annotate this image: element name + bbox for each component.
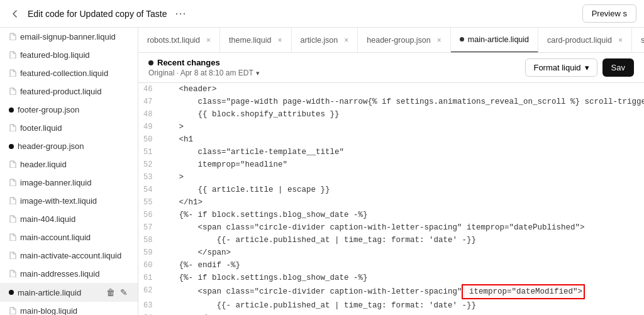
file-icon — [9, 87, 16, 96]
sidebar-item-label: header.liquid — [20, 160, 67, 169]
sidebar-item-email-signup-banner[interactable]: email-signup-banner.liquid — [0, 28, 138, 46]
sidebar-item-footer-group[interactable]: footer-group.json — [0, 101, 138, 119]
format-liquid-label: Format liquid — [533, 63, 580, 72]
chevron-down-icon[interactable]: ▾ — [256, 69, 260, 77]
content-area: robots.txt.liquid×theme.liquid×article.j… — [138, 28, 644, 315]
line-content: <header> — [157, 83, 644, 96]
tab-card-product-liquid[interactable]: card-product.liquid× — [538, 28, 632, 53]
unsaved-dot — [460, 37, 464, 41]
sidebar-item-label: main-404.liquid — [20, 214, 75, 224]
table-row: 46 <header> — [138, 83, 644, 96]
top-bar-left: Edit code for Updated copy of Taste ··· — [8, 5, 577, 23]
sidebar-item-label: footer.liquid — [20, 123, 62, 133]
table-row: 56 {%- if block.settings.blog_show_date … — [138, 209, 644, 221]
sidebar-item-label: featured-blog.liquid — [20, 50, 90, 60]
tab-header-group-json[interactable]: header-group.json× — [358, 28, 450, 53]
table-row: 58 {{- article.published_at | time_tag: … — [138, 234, 644, 246]
file-icon — [9, 197, 16, 206]
sidebar-item-label: main-article.liquid — [18, 288, 81, 297]
file-icon — [9, 307, 16, 316]
line-content: </span> — [157, 312, 644, 315]
tab-theme-liquid[interactable]: theme.liquid× — [220, 28, 291, 53]
sidebar-item-main-addresses[interactable]: main-addresses.liquid — [0, 265, 138, 283]
edit-button[interactable]: ✎ — [119, 287, 129, 297]
code-editor[interactable]: 46 <header>47 class="page-width page-wid… — [138, 83, 644, 315]
tab-main-article-liquid[interactable]: main-article.liquid — [451, 28, 538, 53]
sidebar-item-label: main-account.liquid — [20, 233, 91, 242]
line-number: 58 — [138, 234, 157, 246]
sidebar-item-footer[interactable]: footer.liquid — [0, 119, 138, 137]
line-number: 46 — [138, 83, 157, 96]
file-icon — [9, 33, 16, 41]
close-tab-button[interactable]: × — [344, 36, 348, 45]
sidebar-item-featured-collection[interactable]: featured-collection.liquid — [0, 64, 138, 82]
line-number: 54 — [138, 184, 157, 196]
table-row: 48 {{ block.shopify_attributes }} — [138, 108, 644, 121]
table-row: 63 {{- article.published_at | time_tag: … — [138, 299, 644, 312]
line-number: 47 — [138, 96, 157, 108]
table-row: 52 itemprop="headline" — [138, 158, 644, 171]
line-content: <h1 — [157, 133, 644, 146]
line-number: 49 — [138, 121, 157, 133]
line-content: > — [157, 121, 644, 133]
close-tab-button[interactable]: × — [278, 36, 282, 45]
line-content: {{ block.shopify_attributes }} — [157, 108, 644, 121]
sidebar-item-featured-product[interactable]: featured-product.liquid — [0, 82, 138, 101]
more-options-button[interactable]: ··· — [172, 5, 190, 23]
modified-dot — [9, 290, 14, 295]
line-content: class="page-width page-width--narrow{% i… — [157, 96, 644, 108]
line-number: 59 — [138, 246, 157, 259]
close-tab-button[interactable]: × — [437, 36, 441, 45]
line-number: 61 — [138, 272, 157, 284]
file-icon — [9, 215, 16, 224]
table-row: 62 <span class="circle-divider caption-w… — [138, 284, 644, 299]
line-number: 48 — [138, 108, 157, 121]
recent-changes-title: Recent changes — [148, 58, 260, 67]
line-number: 50 — [138, 133, 157, 146]
back-button[interactable] — [8, 6, 23, 21]
sidebar-item-main-article[interactable]: main-article.liquid 🗑 ✎ — [0, 283, 138, 302]
modified-dot — [9, 108, 14, 113]
sidebar-item-main-404[interactable]: main-404.liquid — [0, 210, 138, 228]
sidebar-item-image-banner[interactable]: image-banner.liquid — [0, 174, 138, 192]
delete-button[interactable]: 🗑 — [105, 287, 116, 297]
sidebar-item-label: main-blog.liquid — [20, 306, 77, 315]
line-content: </span> — [157, 246, 644, 259]
sidebar-item-featured-blog[interactable]: featured-blog.liquid — [0, 46, 138, 64]
sidebar-item-image-with-text[interactable]: image-with-text.liquid — [0, 192, 138, 210]
close-tab-button[interactable]: × — [618, 36, 623, 45]
recent-changes-label: Recent changes — [157, 58, 220, 67]
close-tab-button[interactable]: × — [206, 36, 211, 45]
line-number: 57 — [138, 221, 157, 234]
line-content: <span class="circle-divider caption-with… — [157, 221, 644, 234]
line-number: 53 — [138, 171, 157, 184]
tab-section-f[interactable]: section-f — [632, 28, 644, 53]
sidebar-item-main-blog[interactable]: main-blog.liquid — [0, 302, 138, 315]
line-number: 56 — [138, 209, 157, 221]
line-number: 62 — [138, 284, 157, 299]
line-number: 55 — [138, 196, 157, 209]
sidebar-item-main-activate-account[interactable]: main-activate-account.liquid — [0, 246, 138, 265]
table-row: 54 {{ article.title | escape }} — [138, 184, 644, 196]
line-content: </h1> — [157, 196, 644, 209]
sidebar-item-header[interactable]: header.liquid — [0, 155, 138, 174]
line-content: itemprop="headline" — [157, 158, 644, 171]
main-layout: email-signup-banner.liquidfeatured-blog.… — [0, 28, 644, 315]
sidebar-item-header-group[interactable]: header-group.json — [0, 137, 138, 155]
page-title: Edit code for Updated copy of Taste — [28, 9, 167, 19]
save-button[interactable]: Sav — [602, 58, 634, 77]
modified-dot — [9, 144, 14, 149]
sidebar-item-label: featured-collection.liquid — [20, 69, 108, 78]
table-row: 49 > — [138, 121, 644, 133]
recent-changes-panel: Recent changes Original · Apr 8 at 8:10 … — [148, 58, 260, 77]
sidebar-item-main-account[interactable]: main-account.liquid — [0, 228, 138, 246]
preview-button[interactable]: Preview s — [582, 4, 636, 23]
tab-article-json[interactable]: article.json× — [292, 28, 358, 53]
top-bar: Edit code for Updated copy of Taste ··· … — [0, 0, 644, 28]
line-number: 52 — [138, 158, 157, 171]
table-row: 59 </span> — [138, 246, 644, 259]
file-icon — [9, 51, 16, 60]
line-content: {%- if block.settings.blog_show_date -%} — [157, 272, 644, 284]
tab-robots-txt[interactable]: robots.txt.liquid× — [138, 28, 220, 53]
format-liquid-button[interactable]: Format liquid ▾ — [525, 58, 597, 77]
